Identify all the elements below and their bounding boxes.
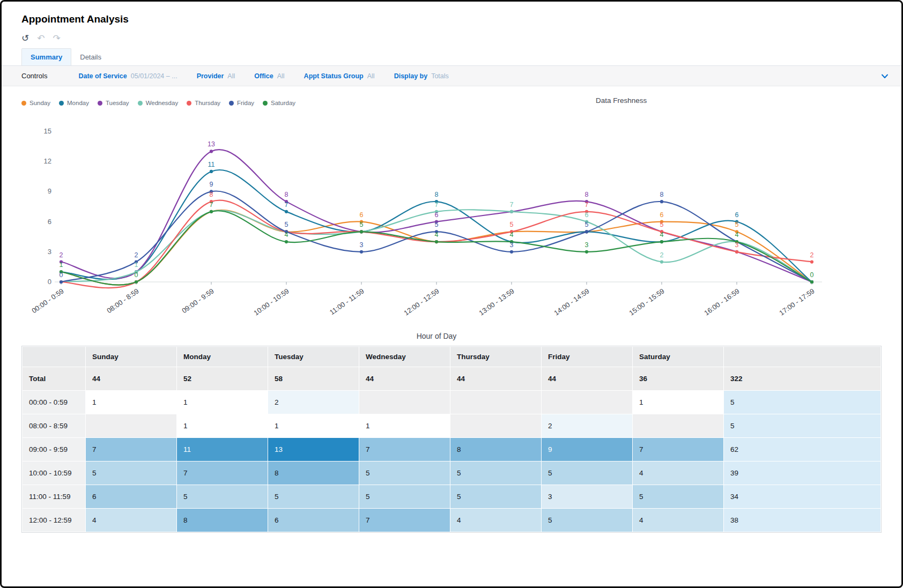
redo-icon[interactable]: ↷ xyxy=(53,34,61,43)
column-header-sunday[interactable]: Sunday xyxy=(86,347,177,367)
data-cell[interactable]: 1 xyxy=(268,414,359,438)
data-cell[interactable]: 3 xyxy=(542,485,633,509)
data-cell[interactable]: 9 xyxy=(542,438,633,462)
data-cell[interactable]: 6 xyxy=(268,509,359,532)
data-cell[interactable]: 2 xyxy=(542,414,633,438)
reset-icon[interactable]: ↺ xyxy=(21,34,29,43)
chart-point-saturday[interactable] xyxy=(135,280,138,284)
column-header-tuesday[interactable]: Tuesday xyxy=(268,347,359,367)
data-cell[interactable]: 44 xyxy=(86,367,177,391)
chart-point-saturday[interactable] xyxy=(210,210,213,213)
legend-item-sunday[interactable]: Sunday xyxy=(21,100,50,106)
legend-item-tuesday[interactable]: Tuesday xyxy=(98,100,129,106)
data-cell[interactable]: 1 xyxy=(177,391,268,414)
row-total-cell[interactable]: 34 xyxy=(724,485,881,509)
tab-summary[interactable]: Summary xyxy=(21,48,71,65)
chart-point-wednesday[interactable] xyxy=(510,210,513,213)
chart-point-friday[interactable] xyxy=(360,250,363,254)
chart-point-monday[interactable] xyxy=(210,170,213,173)
data-cell[interactable]: 5 xyxy=(359,485,450,509)
data-cell[interactable]: 4 xyxy=(633,462,724,485)
chart-point-saturday[interactable] xyxy=(285,240,288,243)
data-cell[interactable]: 11 xyxy=(177,438,268,462)
data-cell[interactable] xyxy=(633,414,724,438)
legend-item-thursday[interactable]: Thursday xyxy=(187,100,220,106)
filter-appt-status-group[interactable]: Appt Status Group All xyxy=(304,72,375,80)
legend-item-saturday[interactable]: Saturday xyxy=(263,100,295,106)
row-total-cell[interactable]: 5 xyxy=(724,414,881,438)
data-cell[interactable]: 5 xyxy=(177,485,268,509)
filter-office[interactable]: Office All xyxy=(254,72,284,80)
tab-details[interactable]: Details xyxy=(71,49,110,65)
chart-point-wednesday[interactable] xyxy=(660,260,663,263)
chart-point-saturday[interactable] xyxy=(810,280,813,284)
row-total-cell[interactable]: 322 xyxy=(724,367,881,391)
data-cell[interactable]: 44 xyxy=(542,367,633,391)
data-cell[interactable]: 5 xyxy=(542,462,633,485)
chart-point-monday[interactable] xyxy=(285,210,288,213)
data-cell[interactable]: 5 xyxy=(542,509,633,532)
filter-display-by[interactable]: Display by Totals xyxy=(394,72,449,80)
data-cell[interactable]: 1 xyxy=(633,391,724,414)
data-cell[interactable]: 52 xyxy=(177,367,268,391)
data-cell[interactable]: 4 xyxy=(450,509,542,532)
chart-point-friday[interactable] xyxy=(585,230,588,233)
data-cell[interactable]: 36 xyxy=(633,367,724,391)
data-cell[interactable]: 7 xyxy=(177,462,268,485)
hour-chart[interactable]: 0369121500:00 - 0:5908:00 - 8:5909:00 - … xyxy=(16,110,831,344)
row-total-cell[interactable]: 62 xyxy=(724,438,881,462)
filter-date-of-service[interactable]: Date of Service 05/01/2024 – ... xyxy=(78,72,177,80)
data-cell[interactable] xyxy=(542,391,633,414)
chart-point-saturday[interactable] xyxy=(585,250,588,254)
data-cell[interactable]: 7 xyxy=(86,438,177,462)
row-total-cell[interactable]: 39 xyxy=(724,462,881,485)
legend-item-wednesday[interactable]: Wednesday xyxy=(138,100,179,106)
data-cell[interactable]: 1 xyxy=(359,414,450,438)
chart-point-saturday[interactable] xyxy=(435,240,438,243)
column-header-friday[interactable]: Friday xyxy=(542,347,633,367)
chart-point-friday[interactable] xyxy=(60,280,63,284)
data-cell[interactable]: 44 xyxy=(359,367,450,391)
filter-provider[interactable]: Provider All xyxy=(197,72,235,80)
data-cell[interactable] xyxy=(450,414,542,438)
column-header-thursday[interactable]: Thursday xyxy=(450,347,542,367)
chart-point-thursday[interactable] xyxy=(810,260,813,263)
legend-item-friday[interactable]: Friday xyxy=(229,100,254,106)
column-header-saturday[interactable]: Saturday xyxy=(633,347,724,367)
data-cell[interactable]: 13 xyxy=(268,438,359,462)
chart-point-thursday[interactable] xyxy=(735,250,738,254)
data-cell[interactable]: 8 xyxy=(450,438,542,462)
data-cell[interactable] xyxy=(450,391,542,414)
chart-point-saturday[interactable] xyxy=(360,230,363,233)
data-cell[interactable]: 5 xyxy=(450,485,542,509)
chart-point-tuesday[interactable] xyxy=(210,150,213,153)
data-cell[interactable]: 6 xyxy=(86,485,177,509)
data-cell[interactable] xyxy=(86,414,177,438)
data-cell[interactable]: 4 xyxy=(633,509,724,532)
data-cell[interactable]: 8 xyxy=(268,462,359,485)
data-cell[interactable]: 4 xyxy=(86,509,177,532)
chart-point-friday[interactable] xyxy=(660,200,663,203)
data-cell[interactable]: 5 xyxy=(450,462,542,485)
row-total-cell[interactable]: 38 xyxy=(724,509,881,532)
data-cell[interactable]: 5 xyxy=(633,485,724,509)
column-header-monday[interactable]: Monday xyxy=(177,347,268,367)
data-cell[interactable]: 8 xyxy=(177,509,268,532)
data-cell[interactable]: 58 xyxy=(268,367,359,391)
chart-point-friday[interactable] xyxy=(510,250,513,254)
data-cell[interactable]: 5 xyxy=(268,485,359,509)
chevron-down-icon[interactable] xyxy=(880,71,890,81)
data-cell[interactable]: 1 xyxy=(177,414,268,438)
chart-point-saturday[interactable] xyxy=(660,240,663,243)
data-cell[interactable]: 5 xyxy=(86,462,177,485)
data-cell[interactable]: 44 xyxy=(450,367,542,391)
undo-icon[interactable]: ↶ xyxy=(37,34,45,43)
data-cell[interactable]: 7 xyxy=(359,509,450,532)
data-cell[interactable]: 2 xyxy=(268,391,359,414)
data-cell[interactable]: 7 xyxy=(633,438,724,462)
legend-item-monday[interactable]: Monday xyxy=(59,100,89,106)
data-cell[interactable]: 7 xyxy=(359,438,450,462)
row-total-cell[interactable]: 5 xyxy=(724,391,881,414)
column-header-wednesday[interactable]: Wednesday xyxy=(359,347,450,367)
data-cell[interactable]: 5 xyxy=(359,462,450,485)
